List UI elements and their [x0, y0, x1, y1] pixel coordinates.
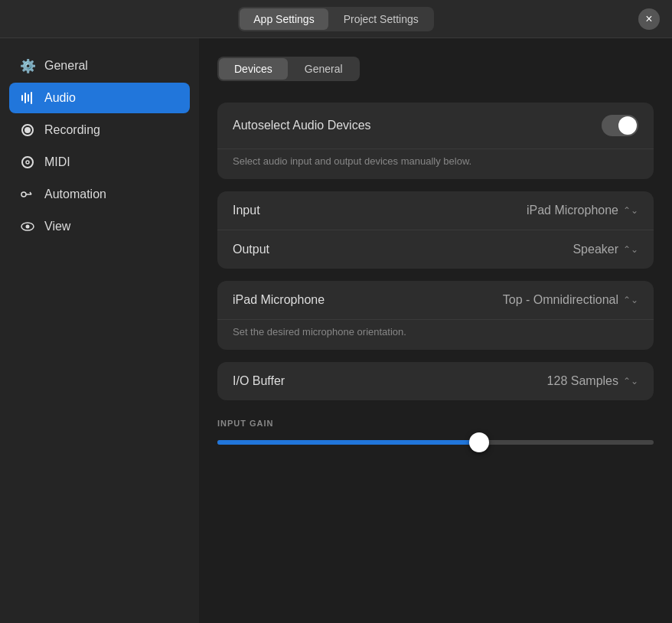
recording-icon — [20, 122, 35, 138]
svg-point-7 — [26, 161, 29, 164]
top-bar: App Settings Project Settings × — [0, 0, 672, 38]
microphone-card: iPad Microphone Top - Omnidirectional ⌃⌄… — [217, 281, 654, 350]
microphone-label: iPad Microphone — [233, 293, 325, 307]
io-buffer-row[interactable]: I/O Buffer 128 Samples ⌃⌄ — [217, 362, 654, 400]
general-tab[interactable]: General — [289, 58, 358, 80]
project-settings-tab[interactable]: Project Settings — [330, 8, 432, 30]
sidebar-label-view: View — [44, 220, 70, 233]
sidebar-label-recording: Recording — [44, 123, 100, 137]
output-label: Output — [233, 243, 269, 256]
autoselect-card: Autoselect Audio Devices Select audio in… — [217, 103, 654, 179]
io-buffer-card: I/O Buffer 128 Samples ⌃⌄ — [217, 362, 654, 400]
main-content: ⚙️ General Audio Recording — [0, 38, 672, 623]
output-row[interactable]: Output Speaker ⌃⌄ — [217, 230, 654, 269]
svg-point-6 — [22, 157, 33, 168]
sidebar-label-general: General — [44, 59, 88, 73]
automation-icon — [20, 187, 35, 202]
autoselect-hint: Select audio input and output devices ma… — [217, 149, 654, 179]
gear-icon: ⚙️ — [20, 58, 35, 73]
input-gain-slider-track[interactable] — [217, 440, 654, 445]
svg-point-8 — [21, 192, 26, 197]
view-icon — [20, 219, 35, 234]
input-label: Input — [233, 204, 260, 217]
app-settings-tab[interactable]: App Settings — [240, 8, 328, 30]
sidebar-label-automation: Automation — [44, 188, 106, 201]
input-gain-slider-fill — [217, 440, 479, 445]
svg-rect-2 — [28, 94, 29, 102]
autoselect-toggle[interactable] — [602, 115, 638, 136]
microphone-value: Top - Omnidirectional ⌃⌄ — [503, 293, 638, 307]
sidebar-item-view[interactable]: View — [9, 211, 190, 242]
microphone-hint: Set the desired microphone orientation. — [217, 320, 654, 350]
output-chevron-icon: ⌃⌄ — [623, 244, 638, 255]
output-value: Speaker ⌃⌄ — [573, 243, 638, 256]
autoselect-row: Autoselect Audio Devices — [217, 103, 654, 149]
io-card: Input iPad Microphone ⌃⌄ Output Speaker … — [217, 191, 654, 269]
input-row[interactable]: Input iPad Microphone ⌃⌄ — [217, 191, 654, 230]
microphone-row[interactable]: iPad Microphone Top - Omnidirectional ⌃⌄ — [217, 281, 654, 320]
autoselect-label: Autoselect Audio Devices — [233, 119, 371, 132]
audio-icon — [20, 90, 35, 106]
main-tab-group: App Settings Project Settings — [238, 7, 433, 31]
close-button[interactable]: × — [638, 8, 660, 30]
microphone-chevron-icon: ⌃⌄ — [623, 295, 638, 305]
midi-icon — [20, 155, 35, 170]
input-chevron-icon: ⌃⌄ — [623, 205, 638, 216]
io-buffer-chevron-icon: ⌃⌄ — [623, 376, 638, 387]
io-buffer-value: 128 Samples ⌃⌄ — [547, 374, 638, 388]
sidebar-item-audio[interactable]: Audio — [9, 83, 190, 113]
sidebar-label-midi: MIDI — [44, 155, 70, 169]
input-value: iPad Microphone ⌃⌄ — [527, 204, 638, 217]
input-gain-slider-thumb[interactable] — [469, 432, 489, 452]
right-panel: Devices General Autoselect Audio Devices… — [199, 38, 672, 623]
svg-rect-0 — [21, 95, 23, 101]
svg-point-12 — [26, 225, 30, 229]
sidebar-item-recording[interactable]: Recording — [9, 115, 190, 145]
input-gain-slider-container — [217, 437, 654, 451]
sub-tab-group: Devices General — [217, 57, 360, 81]
svg-rect-1 — [24, 93, 26, 103]
sidebar-item-midi[interactable]: MIDI — [9, 147, 190, 178]
svg-rect-3 — [31, 92, 32, 104]
input-gain-section: INPUT GAIN — [217, 413, 654, 451]
svg-point-5 — [24, 127, 31, 133]
sidebar-label-audio: Audio — [44, 91, 76, 105]
sidebar-item-general[interactable]: ⚙️ General — [9, 51, 190, 81]
sidebar: ⚙️ General Audio Recording — [0, 38, 199, 623]
sidebar-item-automation[interactable]: Automation — [9, 179, 190, 210]
devices-tab[interactable]: Devices — [219, 58, 288, 80]
io-buffer-label: I/O Buffer — [233, 374, 285, 388]
input-gain-label: INPUT GAIN — [217, 413, 654, 437]
